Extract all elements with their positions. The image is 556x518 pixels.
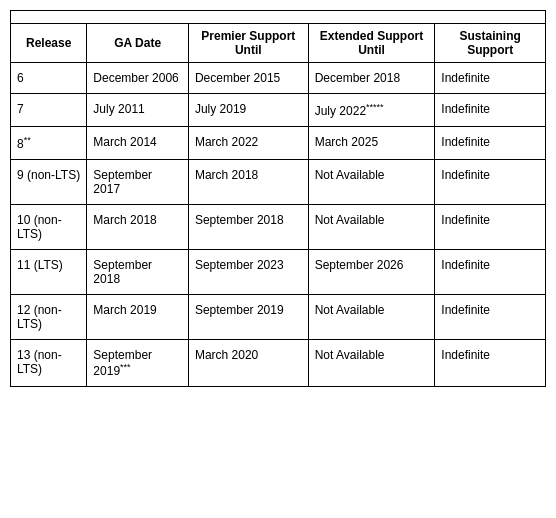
table-row: 9 (non-LTS)September 2017March 2018Not A… (11, 160, 546, 205)
col-header-3: Extended Support Until (308, 24, 435, 63)
cell-premier-3: March 2018 (188, 160, 308, 205)
table-row: 7July 2011July 2019July 2022*****Indefin… (11, 94, 546, 127)
table-row: 6December 2006December 2015December 2018… (11, 63, 546, 94)
cell-premier-4: September 2018 (188, 205, 308, 250)
cell-sustaining-2: Indefinite (435, 127, 546, 160)
table-row: 13 (non-LTS)September 2019***March 2020N… (11, 340, 546, 387)
table-row: 10 (non-LTS)March 2018September 2018Not … (11, 205, 546, 250)
cell-ga-1: July 2011 (87, 94, 189, 127)
cell-release-7: 13 (non-LTS) (11, 340, 87, 387)
cell-premier-1: July 2019 (188, 94, 308, 127)
cell-premier-5: September 2023 (188, 250, 308, 295)
cell-extended-2: March 2025 (308, 127, 435, 160)
cell-sustaining-7: Indefinite (435, 340, 546, 387)
col-header-0: Release (11, 24, 87, 63)
table-row: 8**March 2014March 2022March 2025Indefin… (11, 127, 546, 160)
cell-extended-5: September 2026 (308, 250, 435, 295)
cell-premier-0: December 2015 (188, 63, 308, 94)
cell-release-4: 10 (non-LTS) (11, 205, 87, 250)
cell-release-1: 7 (11, 94, 87, 127)
cell-extended-4: Not Available (308, 205, 435, 250)
cell-ga-5: September 2018 (87, 250, 189, 295)
cell-sustaining-5: Indefinite (435, 250, 546, 295)
cell-ga-0: December 2006 (87, 63, 189, 94)
table-row: 12 (non-LTS)March 2019September 2019Not … (11, 295, 546, 340)
cell-extended-3: Not Available (308, 160, 435, 205)
cell-release-2: 8** (11, 127, 87, 160)
cell-extended-7: Not Available (308, 340, 435, 387)
cell-sustaining-0: Indefinite (435, 63, 546, 94)
cell-extended-1: July 2022***** (308, 94, 435, 127)
cell-release-0: 6 (11, 63, 87, 94)
cell-sustaining-1: Indefinite (435, 94, 546, 127)
col-header-2: Premier Support Until (188, 24, 308, 63)
cell-release-3: 9 (non-LTS) (11, 160, 87, 205)
cell-ga-3: September 2017 (87, 160, 189, 205)
table-row: 11 (LTS)September 2018September 2023Sept… (11, 250, 546, 295)
cell-premier-2: March 2022 (188, 127, 308, 160)
table-title (11, 11, 546, 24)
col-header-1: GA Date (87, 24, 189, 63)
cell-premier-7: March 2020 (188, 340, 308, 387)
cell-extended-0: December 2018 (308, 63, 435, 94)
cell-sustaining-4: Indefinite (435, 205, 546, 250)
cell-release-5: 11 (LTS) (11, 250, 87, 295)
cell-sustaining-6: Indefinite (435, 295, 546, 340)
cell-ga-2: March 2014 (87, 127, 189, 160)
cell-ga-7: September 2019*** (87, 340, 189, 387)
col-header-4: Sustaining Support (435, 24, 546, 63)
cell-ga-4: March 2018 (87, 205, 189, 250)
cell-ga-6: March 2019 (87, 295, 189, 340)
cell-extended-6: Not Available (308, 295, 435, 340)
cell-sustaining-3: Indefinite (435, 160, 546, 205)
cell-release-6: 12 (non-LTS) (11, 295, 87, 340)
cell-premier-6: September 2019 (188, 295, 308, 340)
support-roadmap-table: ReleaseGA DatePremier Support UntilExten… (10, 10, 546, 387)
